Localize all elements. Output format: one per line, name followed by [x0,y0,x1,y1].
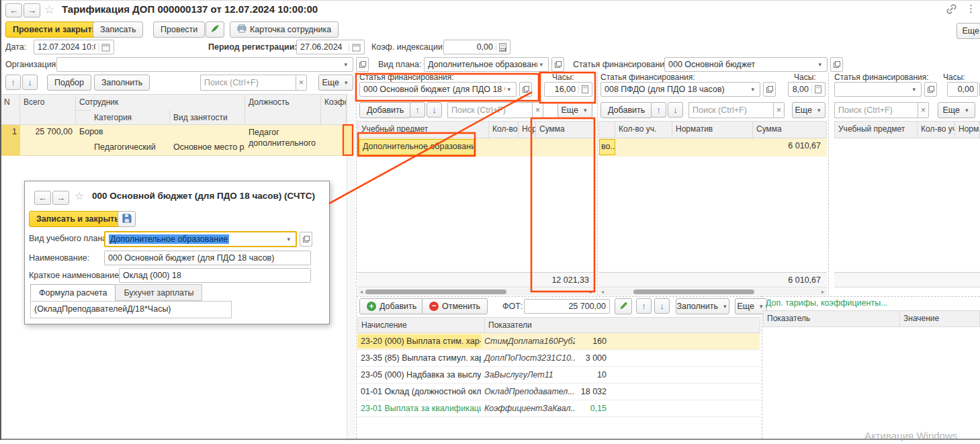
col-header-employee[interactable]: Сотрудник [76,94,245,110]
hours-field[interactable]: 0,00 [947,82,978,97]
col-header-sum[interactable]: Сумма [536,121,595,138]
favorite-star-icon[interactable]: ☆ [44,3,54,17]
col-header-total[interactable]: Всего [20,94,76,125]
search-input[interactable] [447,102,532,118]
add-button[interactable]: Добавить [359,102,411,118]
cancel-accrual-button[interactable]: − Отменить [422,298,488,314]
calendar-icon[interactable] [98,43,110,52]
table-row[interactable]: 23-05 (000) Надбавка за выслугу лет ДОП.… [357,367,760,384]
extra-tariffs-link[interactable]: Доп. тарифы, коэффициенты... [766,298,888,308]
clear-search-icon[interactable]: × [532,102,543,118]
post-and-close-button[interactable]: Провести и закрыть [5,21,104,38]
divider[interactable] [597,73,598,296]
calculator-icon[interactable] [496,43,506,52]
col-header-employment[interactable]: Вид занятости [170,110,245,125]
chevron-down-icon[interactable]: ▾ [537,61,545,68]
more-button[interactable]: Еще▾ [792,102,826,118]
employee-card-button[interactable]: Карточка сотрудника [230,21,339,38]
search-input[interactable] [200,75,296,91]
chevron-down-icon[interactable]: ▾ [749,86,756,93]
fin-article-field[interactable]: 008 ПФДО (для ПДО 18 часов) ▾ [600,82,760,97]
kebab-menu-icon[interactable]: ⋮ [966,3,976,15]
col-header-value[interactable]: Значение [900,310,980,327]
col-header-norm[interactable]: Норм... [519,121,536,138]
date-field[interactable]: 12.07.2024 10:00:00 [34,40,114,54]
col-header-accrual[interactable]: Начисление [357,317,485,333]
fill-button[interactable]: Заполнить [94,75,150,91]
chevron-down-icon[interactable]: ▾ [910,86,918,93]
col-header-count[interactable]: Кол-во... [489,121,519,138]
clear-search-icon[interactable]: × [296,75,307,91]
table-row[interactable]: 23-35 (85) Выплата стимул. хар-ра отдель… [357,350,760,367]
hours-field[interactable]: 16,00 [544,82,592,97]
plan-kind-open-button[interactable] [551,57,564,72]
index-coef-field[interactable]: 0,00 [443,40,510,54]
fin-article-open-button[interactable] [830,57,843,72]
short-name-field[interactable]: Оклад (000) 18 [119,268,311,283]
col-header-position[interactable]: Должность [245,94,321,125]
fin-article-field[interactable]: ▾ [834,82,922,97]
name-field[interactable]: 000 Основной бюджет (для ПДО 18 часов) [104,251,311,265]
table-row[interactable]: 01-01 Оклад (должностной оклад), ставка … [357,384,760,400]
move-up-button[interactable]: ↑ [651,102,666,118]
back-button[interactable]: ← [34,191,51,205]
forward-button[interactable]: → [24,3,40,17]
scroll-left-icon[interactable]: ◂ [357,289,365,295]
chevron-down-icon[interactable]: ▾ [816,61,823,68]
search-input[interactable] [688,102,773,118]
chevron-down-icon[interactable]: ▾ [342,61,349,68]
col-header-indicator[interactable]: Показатель [763,310,900,327]
chevron-down-icon[interactable]: ▾ [285,236,292,242]
move-up-button[interactable]: ↑ [410,102,425,118]
fin-article-open-button[interactable] [763,82,776,97]
clear-search-icon[interactable]: × [773,102,785,118]
save-and-close-button[interactable]: Записать и закрыть [29,211,127,227]
divider[interactable] [356,73,357,439]
col-header-n[interactable]: N [0,94,20,125]
write-button[interactable]: Записать [93,21,143,38]
more-button[interactable]: Еще▾ [938,102,975,118]
add-accrual-button[interactable]: + Добавить [359,298,424,314]
plan-type-open-button[interactable] [300,232,312,247]
horizontal-scrollbar[interactable]: ◂ ▸ [598,288,827,296]
scroll-right-icon[interactable]: ▸ [819,289,827,295]
more-button[interactable]: Еще▾ [735,298,767,314]
posting-feather-button[interactable] [206,21,224,38]
scroll-thumb[interactable] [633,290,754,294]
more-button-employees[interactable]: Еще▾ [318,75,353,91]
plan-kind-field[interactable]: Дополнительное образование ▾ [424,57,549,72]
col-header-subject[interactable]: Учебный предмет [834,121,918,138]
col-header-count[interactable]: Кол-во уч. [615,121,672,138]
chevron-down-icon[interactable]: ▾ [505,86,513,93]
fin-article-field[interactable]: 000 Основной бюджет (для ПДО 18 часов) ▾ [359,82,517,97]
move-down-button[interactable]: ↓ [668,102,683,118]
back-button[interactable]: ← [5,3,22,17]
move-down-button[interactable]: ↓ [654,298,670,314]
link-icon[interactable] [946,4,957,16]
reg-period-field[interactable]: 27.06.2024 [296,40,365,54]
table-row[interactable]: во... 6 010,67 [598,138,827,157]
move-up-button[interactable]: ↑ [636,298,652,314]
organization-open-button[interactable] [356,57,369,72]
calculator-icon[interactable] [811,85,821,93]
save-button[interactable] [118,211,136,227]
col-header-count[interactable]: Кол-во уч. [918,121,955,138]
more-button-top[interactable]: Еще ▾ [956,23,980,39]
col-header-category[interactable]: Категория [91,110,170,125]
move-down-button[interactable]: ↓ [22,75,38,90]
add-button[interactable]: Добавить [600,102,652,118]
more-button[interactable]: Еще▾ [558,102,592,118]
move-down-button[interactable]: ↓ [427,102,442,118]
fill-dropdown-button[interactable]: Заполнить▾ [676,298,729,314]
calendar-icon[interactable] [349,43,361,52]
scroll-thumb[interactable] [365,290,506,294]
col-header-norm[interactable]: Норматив [672,121,753,138]
favorite-star-icon[interactable]: ☆ [75,189,84,202]
divider[interactable] [828,73,829,296]
tab-formula[interactable]: Формула расчета [30,284,116,301]
col-header-coef[interactable]: Коэфф [321,94,347,125]
scroll-right-icon[interactable]: ▸ [587,289,595,295]
edit-pencil-button[interactable] [615,298,632,314]
clear-search-icon[interactable]: × [918,102,929,118]
col-header-sum[interactable]: Сумма [753,121,827,138]
